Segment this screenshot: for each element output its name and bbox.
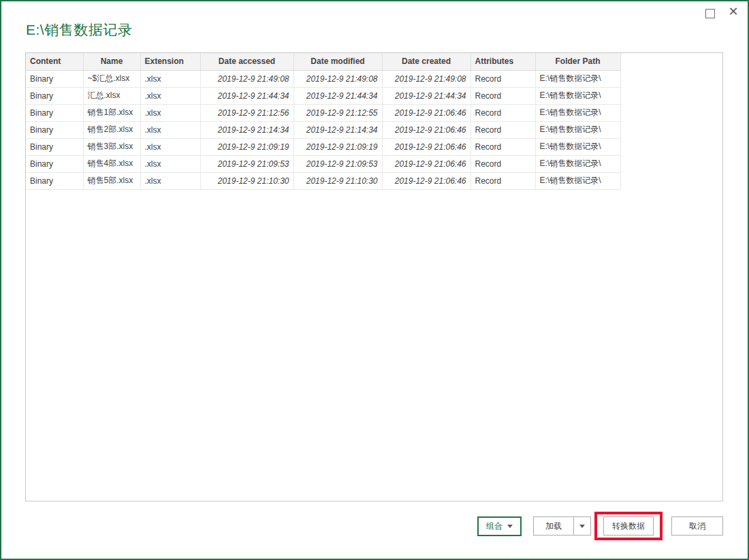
table-cell: .xlsx	[140, 87, 200, 104]
folder-preview-dialog: ✕ E:\销售数据记录 Content Name Extension Date …	[0, 0, 749, 560]
table-cell: 2019-12-9 21:49:08	[293, 70, 382, 87]
table-cell: 2019-12-9 21:06:46	[382, 172, 471, 189]
table-cell: .xlsx	[140, 138, 200, 155]
close-icon: ✕	[728, 4, 738, 18]
table-cell: 2019-12-9 21:14:34	[200, 121, 293, 138]
combine-button-label: 组合	[486, 521, 503, 532]
table-cell: 2019-12-9 21:10:30	[200, 172, 293, 189]
file-preview-table-body: Binary~$汇总.xlsx.xlsx2019-12-9 21:49:0820…	[26, 70, 620, 189]
column-header-folder-path: Folder Path	[535, 53, 620, 70]
table-cell: 销售1部.xlsx	[83, 104, 140, 121]
table-header-row: Content Name Extension Date accessed Dat…	[26, 53, 620, 70]
table-row: Binary~$汇总.xlsx.xlsx2019-12-9 21:49:0820…	[26, 70, 620, 87]
column-header-attributes: Attributes	[471, 53, 535, 70]
table-cell: 2019-12-9 21:49:08	[382, 70, 471, 87]
table-cell: 2019-12-9 21:06:46	[382, 138, 471, 155]
column-header-date-accessed: Date accessed	[200, 53, 293, 70]
cancel-button[interactable]: 取消	[671, 516, 723, 536]
maximize-button[interactable]	[704, 7, 716, 20]
table-cell: 2019-12-9 21:14:34	[293, 121, 382, 138]
table-cell: 2019-12-9 21:06:46	[382, 121, 471, 138]
table-cell: 2019-12-9 21:10:30	[293, 172, 382, 189]
table-cell: 2019-12-9 21:09:53	[200, 155, 293, 172]
file-preview-table-container: Content Name Extension Date accessed Dat…	[25, 52, 723, 501]
load-dropdown-button[interactable]	[573, 517, 590, 535]
table-cell: 汇总.xlsx	[83, 87, 140, 104]
table-cell: Binary	[26, 121, 83, 138]
table-cell: 2019-12-9 21:44:34	[293, 87, 382, 104]
table-cell: .xlsx	[140, 155, 200, 172]
table-cell: E:\销售数据记录\	[535, 155, 620, 172]
table-cell: 2019-12-9 21:06:46	[382, 104, 471, 121]
table-cell: 2019-12-9 21:09:19	[200, 138, 293, 155]
table-cell: Record	[471, 87, 535, 104]
page-title: E:\销售数据记录	[26, 20, 132, 39]
transform-data-button[interactable]: 转换数据	[603, 516, 654, 536]
column-header-date-modified: Date modified	[293, 53, 382, 70]
red-highlight-annotation: 转换数据	[594, 512, 663, 540]
table-cell: Binary	[26, 155, 83, 172]
table-cell: .xlsx	[140, 104, 200, 121]
table-cell: Binary	[26, 138, 83, 155]
table-cell: Binary	[26, 87, 83, 104]
table-cell: Binary	[26, 70, 83, 87]
table-cell: .xlsx	[140, 172, 200, 189]
table-cell: E:\销售数据记录\	[535, 70, 620, 87]
table-cell: Binary	[26, 104, 83, 121]
load-button[interactable]: 加载	[534, 517, 573, 535]
table-cell: .xlsx	[140, 70, 200, 87]
column-header-extension: Extension	[140, 53, 200, 70]
table-cell: .xlsx	[140, 121, 200, 138]
table-row: Binary销售3部.xlsx.xlsx2019-12-9 21:09:1920…	[26, 138, 620, 155]
footer-button-bar: 组合 加载 转换数据 取消	[477, 512, 723, 540]
table-cell: 2019-12-9 21:49:08	[200, 70, 293, 87]
table-cell: E:\销售数据记录\	[535, 104, 620, 121]
table-cell: Record	[471, 121, 535, 138]
table-cell: Binary	[26, 172, 83, 189]
table-cell: 销售3部.xlsx	[83, 138, 140, 155]
close-button[interactable]: ✕	[726, 3, 741, 20]
column-header-content: Content	[26, 53, 83, 70]
table-cell: 2019-12-9 21:09:53	[293, 155, 382, 172]
table-cell: 2019-12-9 21:09:19	[293, 138, 382, 155]
load-split-button: 加载	[533, 516, 591, 536]
column-header-name: Name	[83, 53, 140, 70]
table-cell: Record	[471, 138, 535, 155]
table-cell: 销售5部.xlsx	[83, 172, 140, 189]
table-cell: Record	[471, 104, 535, 121]
table-cell: 2019-12-9 21:06:46	[382, 155, 471, 172]
table-row: Binary汇总.xlsx.xlsx2019-12-9 21:44:342019…	[26, 87, 620, 104]
file-preview-table: Content Name Extension Date accessed Dat…	[26, 53, 621, 190]
combine-button[interactable]: 组合	[477, 516, 522, 536]
maximize-icon	[705, 9, 715, 18]
table-row: Binary销售4部.xlsx.xlsx2019-12-9 21:09:5320…	[26, 155, 620, 172]
table-cell: ~$汇总.xlsx	[83, 70, 140, 87]
table-cell: E:\销售数据记录\	[535, 138, 620, 155]
chevron-down-icon	[507, 525, 513, 528]
table-cell: 销售4部.xlsx	[83, 155, 140, 172]
table-cell: 2019-12-9 21:12:56	[200, 104, 293, 121]
table-cell: Record	[471, 172, 535, 189]
table-cell: 销售2部.xlsx	[83, 121, 140, 138]
table-cell: Record	[471, 70, 535, 87]
table-cell: 2019-12-9 21:44:34	[382, 87, 471, 104]
table-cell: E:\销售数据记录\	[535, 87, 620, 104]
table-cell: Record	[471, 155, 535, 172]
table-cell: E:\销售数据记录\	[535, 172, 620, 189]
column-header-date-created: Date created	[382, 53, 471, 70]
table-cell: E:\销售数据记录\	[535, 121, 620, 138]
table-row: Binary销售5部.xlsx.xlsx2019-12-9 21:10:3020…	[26, 172, 620, 189]
chevron-down-icon	[579, 525, 585, 528]
table-row: Binary销售2部.xlsx.xlsx2019-12-9 21:14:3420…	[26, 121, 620, 138]
table-row: Binary销售1部.xlsx.xlsx2019-12-9 21:12:5620…	[26, 104, 620, 121]
table-cell: 2019-12-9 21:12:55	[293, 104, 382, 121]
table-cell: 2019-12-9 21:44:34	[200, 87, 293, 104]
